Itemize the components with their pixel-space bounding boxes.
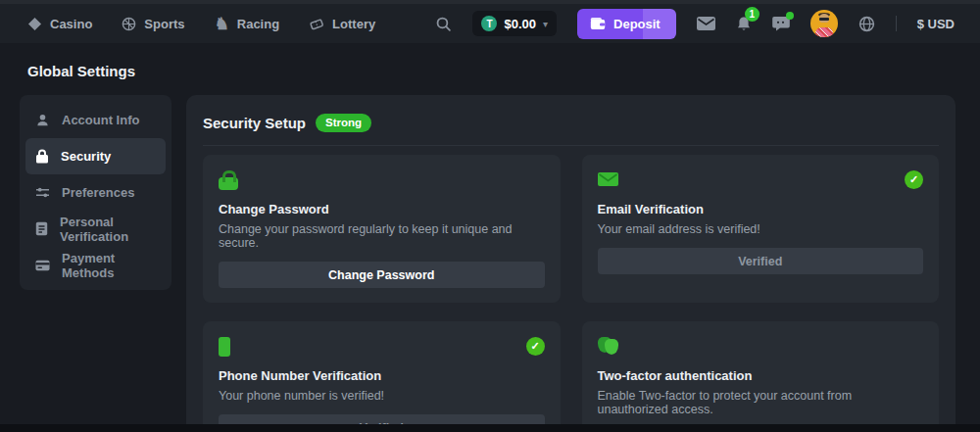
security-panel: Security Setup Strong Change Password Ch… [186, 95, 956, 432]
envelope-icon [598, 172, 618, 186]
credit-card-icon [35, 260, 50, 271]
security-strength-badge: Strong [316, 114, 371, 132]
sidebar-item-label: Account Info [62, 113, 139, 127]
sidebar-item-account-info[interactable]: Account Info [25, 102, 166, 138]
top-navbar: Casino Sports ♞ Racing Lottery [0, 0, 980, 43]
sidebar-item-security[interactable]: Security [25, 138, 166, 174]
nav-divider [896, 16, 897, 31]
tether-coin-icon: T [481, 16, 497, 31]
shield-front [605, 339, 618, 355]
currency-selector[interactable]: $ USD [917, 17, 955, 31]
card-description: Enable Two-factor to protect your accoun… [598, 389, 924, 416]
document-icon [35, 221, 48, 236]
verified-check-icon: ✓ [905, 170, 923, 189]
sidebar-item-label: Preferences [62, 185, 134, 200]
nav-item-label: Sports [144, 17, 184, 31]
chat-status-dot [786, 12, 794, 20]
primary-nav: Casino Sports ♞ Racing Lottery [27, 16, 375, 32]
sidebar-item-payment-methods[interactable]: Payment Methods [25, 247, 166, 283]
search-icon[interactable] [435, 16, 452, 32]
sliders-icon [35, 186, 50, 199]
sidebar-item-label: Personal Verification [60, 215, 156, 244]
chat-icon[interactable] [772, 16, 790, 31]
casino-icon [27, 17, 42, 31]
card-title: Email Verification [598, 202, 924, 216]
settings-content: Account Info Security Preferences Person… [0, 95, 980, 432]
shield-icon [598, 337, 621, 357]
nav-item-label: Lottery [332, 17, 375, 31]
security-cards-grid: Change Password Change your password reg… [203, 155, 939, 432]
email-verified-button[interactable]: Verified [598, 248, 924, 274]
nav-item-casino[interactable]: Casino [27, 17, 92, 31]
card-email-verification: ✓ Email Verification Your email address … [582, 155, 940, 303]
page-title: Global Settings [27, 63, 980, 79]
mail-icon[interactable] [697, 17, 715, 30]
navbar-actions: T $0.00 ▾ Deposit 1 [435, 9, 955, 39]
panel-divider [203, 145, 939, 146]
lottery-icon [309, 17, 324, 31]
sports-icon [122, 17, 136, 31]
lock-icon [219, 177, 238, 190]
deposit-label: Deposit [613, 17, 661, 31]
notifications-bell-icon[interactable]: 1 [736, 16, 752, 32]
nav-item-sports[interactable]: Sports [122, 17, 184, 31]
card-title: Phone Number Verification [219, 368, 545, 383]
panel-title: Security Setup [203, 115, 306, 131]
settings-sidebar: Account Info Security Preferences Person… [20, 95, 172, 290]
user-icon [35, 113, 50, 127]
card-description: Change your password regularly to keep i… [219, 222, 545, 250]
change-password-button[interactable]: Change Password [219, 262, 545, 288]
nav-item-label: Racing [237, 17, 279, 31]
balance-selector[interactable]: T $0.00 ▾ [472, 11, 557, 36]
nav-item-label: Casino [50, 17, 92, 31]
avatar[interactable] [810, 10, 838, 37]
card-description: Your email address is verified! [598, 222, 924, 236]
deposit-button[interactable]: Deposit [577, 9, 676, 39]
sidebar-item-preferences[interactable]: Preferences [25, 174, 166, 211]
balance-amount: $0.00 [504, 17, 536, 31]
notification-count-badge: 1 [745, 7, 760, 22]
card-phone-verification: ✓ Phone Number Verification Your phone n… [203, 321, 561, 432]
bottom-edge [0, 424, 980, 432]
card-description: Your phone number is verified! [219, 389, 545, 403]
avatar-shirt [815, 27, 833, 37]
panel-header: Security Setup Strong [203, 112, 939, 132]
verified-check-icon: ✓ [526, 337, 545, 356]
lock-icon [35, 149, 49, 164]
wallet-icon [590, 18, 606, 30]
sidebar-item-label: Security [61, 149, 111, 164]
nav-item-lottery[interactable]: Lottery [309, 17, 375, 31]
sidebar-item-label: Payment Methods [62, 251, 156, 280]
app-root: Casino Sports ♞ Racing Lottery [0, 0, 980, 432]
card-change-password: Change Password Change your password reg… [203, 155, 561, 303]
racing-icon: ♞ [215, 16, 229, 32]
sidebar-item-personal-verification[interactable]: Personal Verification [25, 211, 166, 247]
avatar-sunglasses [819, 18, 829, 21]
phone-icon [219, 337, 230, 357]
chevron-down-icon: ▾ [543, 19, 548, 29]
card-title: Change Password [219, 202, 545, 216]
card-title: Two-factor authentication [598, 368, 924, 383]
card-two-factor: Two-factor authentication Enable Two-fac… [582, 321, 940, 432]
nav-item-racing[interactable]: ♞ Racing [215, 16, 280, 32]
globe-language-icon[interactable] [858, 16, 875, 32]
